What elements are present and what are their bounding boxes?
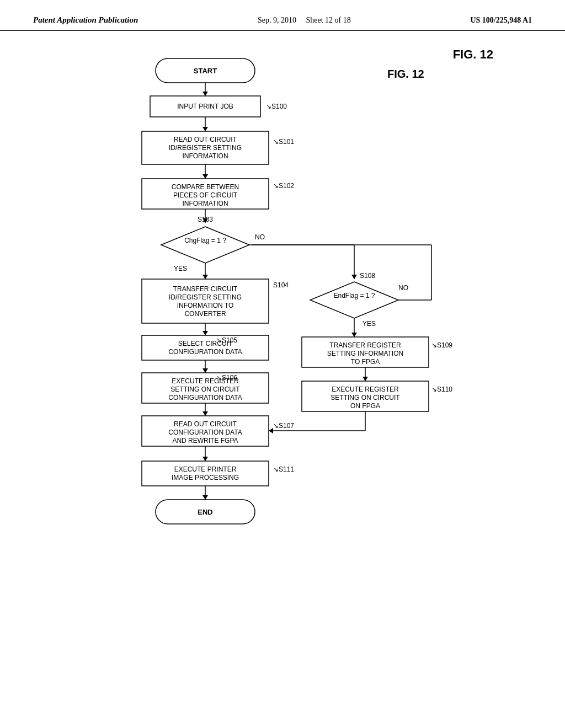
s111-line2: IMAGE PROCESSING — [172, 474, 239, 481]
publication-date-sheet: Sep. 9, 2010 Sheet 12 of 18 — [258, 16, 351, 25]
s102-line3: INFORMATION — [182, 200, 228, 207]
s111-step: ↘S111 — [273, 465, 294, 473]
s102-step: ↘S102 — [273, 182, 294, 190]
s102-line1: COMPARE BETWEEN — [172, 183, 239, 191]
s108-step: S108 — [360, 272, 375, 280]
s101-line2: ID/REGISTER SETTING — [169, 144, 242, 152]
s101-line3: INFORMATION — [182, 152, 228, 160]
s104-line1: TRANSFER CIRCUIT — [173, 285, 238, 293]
s100-step: ↘S100 — [266, 103, 287, 110]
s101-line1: READ OUT CIRCUIT — [174, 136, 237, 143]
s109-line3: TO FPGA — [351, 358, 380, 366]
s109-line1: TRANSFER REGISTER — [329, 341, 401, 349]
s107-line3: AND REWRITE FGPA — [172, 437, 238, 445]
svg-marker-5 — [202, 127, 208, 131]
s108-no-label: NO — [398, 284, 408, 292]
svg-marker-20 — [202, 368, 208, 373]
svg-marker-23 — [202, 411, 208, 416]
start-label: START — [194, 67, 217, 75]
svg-marker-45 — [202, 495, 208, 500]
s103-yes: YES — [174, 265, 187, 272]
s108-diamond-text: EndFlag = 1 ? — [333, 292, 375, 299]
s105-line1: SELECT CIRCUIT — [178, 340, 233, 347]
s109-step: ↘S109 — [431, 341, 452, 349]
svg-marker-28 — [310, 282, 398, 318]
svg-marker-33 — [351, 333, 357, 337]
s110-line2: SETTING ON CIRCUIT — [331, 394, 400, 402]
publication-title: Patent Application Publication — [33, 15, 138, 25]
s110-step: ↘S110 — [431, 386, 452, 393]
svg-marker-2 — [202, 92, 208, 96]
s110-line1: EXECUTE REGISTER — [332, 386, 399, 393]
svg-marker-27 — [351, 275, 357, 279]
page-header: Patent Application Publication Sep. 9, 2… — [0, 0, 565, 31]
s104-line2: ID/REGISTER SETTING — [169, 293, 242, 301]
s109-line2: SETTING INFORMATION — [327, 350, 403, 357]
figure-label: FIG. 12 — [453, 47, 493, 62]
svg-marker-36 — [363, 377, 368, 381]
s103-no: NO — [255, 233, 265, 241]
s107-line1: READ OUT CIRCUIT — [174, 420, 237, 428]
s106-line3: CONFIGURATION DATA — [168, 394, 242, 402]
s107-line2: CONFIGURATION DATA — [168, 429, 242, 436]
s102-line2: PIECES OF CIRCUIT — [173, 191, 238, 199]
end-label: END — [198, 508, 212, 516]
s103-step-label: S103 — [198, 216, 213, 223]
s108-yes: YES — [363, 320, 376, 328]
s104-line3: INFORMATION TO — [177, 302, 234, 309]
svg-marker-8 — [202, 174, 208, 179]
s106-line2: SETTING ON CIRCUIT — [170, 386, 240, 393]
s107-step: ↘S107 — [273, 422, 294, 430]
s106-line1: EXECUTE REGISTER — [172, 377, 239, 385]
s100-text: INPUT PRINT JOB — [177, 103, 233, 110]
svg-marker-17 — [202, 331, 208, 335]
fig-label: FIG. 12 — [387, 68, 424, 80]
sheet-info: Sheet 12 of 18 — [306, 16, 350, 24]
s111-line1: EXECUTE PRINTER — [174, 465, 237, 473]
s104-line4: CONVERTER — [184, 310, 226, 318]
svg-marker-12 — [161, 227, 249, 263]
svg-marker-40 — [269, 428, 273, 433]
s104-step: S104 — [273, 281, 289, 289]
publication-date: Sep. 9, 2010 — [258, 16, 296, 24]
svg-marker-14 — [202, 275, 208, 279]
svg-marker-42 — [202, 457, 208, 461]
s103-diamond-text: ChgFlag = 1 ? — [184, 237, 226, 244]
diagram-area: FIG. 12 START INPUT PRINT JOB ↘S100 READ… — [0, 31, 565, 715]
s101-step: ↘S101 — [273, 138, 294, 146]
flowchart-svg: START INPUT PRINT JOB ↘S100 READ OUT CIR… — [45, 42, 520, 704]
patent-number: US 100/225,948 A1 — [470, 16, 532, 25]
s105-line2: CONFIGURATION DATA — [168, 348, 242, 356]
s110-line3: ON FPGA — [350, 402, 380, 410]
